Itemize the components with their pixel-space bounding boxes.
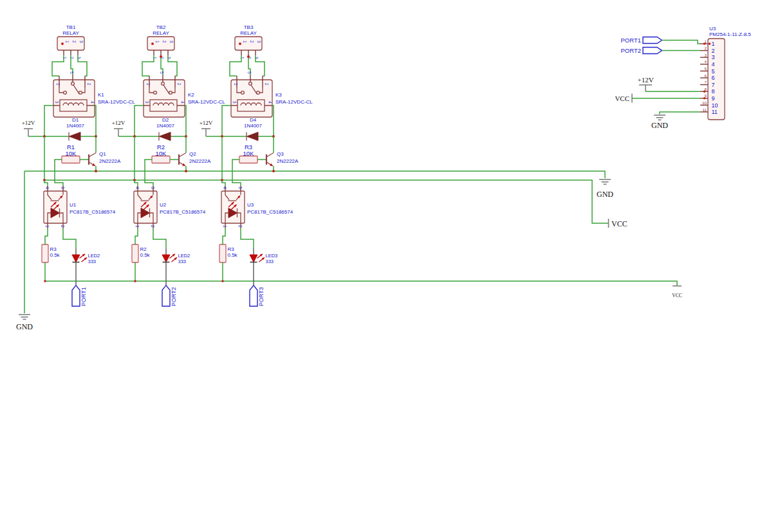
terminal-block[interactable]: TB2RELAY112233 <box>147 24 174 59</box>
relay-channel-3[interactable]: TB3RELAY11223315234K3SRA-12VDC-CL+12VD41… <box>200 24 313 306</box>
component-ref: K3 <box>275 92 282 98</box>
component-value: 333 <box>266 259 274 264</box>
component-ref: Q1 <box>99 151 106 157</box>
diode-triangle <box>70 133 81 141</box>
relay-symbol[interactable]: 15234K2SRA-12VDC-CL <box>144 71 225 117</box>
port2-flag[interactable]: PORT2 <box>620 47 662 54</box>
input-port[interactable]: PORT3 <box>250 286 265 307</box>
base-resistor[interactable]: R310K <box>239 143 257 163</box>
vcc-bottom-label: VCC <box>672 293 682 298</box>
pin-number: 3 <box>79 41 84 43</box>
wire <box>222 105 231 136</box>
port-flag-icon[interactable] <box>643 37 662 44</box>
component-value: SRA-12VDC-CL <box>275 99 313 105</box>
input-port[interactable]: PORT1 <box>72 286 87 307</box>
optocoupler[interactable]: 4312U1PC817B_C5186574 <box>44 186 116 228</box>
component-value: 2N2222A <box>189 158 211 164</box>
flyback-diode[interactable]: D11N4007 <box>66 117 85 141</box>
schematic-canvas[interactable]: GNDGNDVCCVCCTB1RELAY11223315234K1SRA-12V… <box>0 0 762 532</box>
supply-12v-flag: +12V <box>200 120 213 136</box>
indicator-led[interactable]: LED2333 <box>72 248 100 286</box>
npn-transistor[interactable]: Q22N2222A <box>179 151 211 166</box>
port-flag-icon[interactable] <box>72 286 80 307</box>
wire <box>45 228 48 244</box>
port-flag-icon[interactable] <box>250 286 257 307</box>
resistor-body[interactable] <box>239 156 257 163</box>
led-resistor[interactable]: R30.5k <box>219 244 238 262</box>
npn-transistor[interactable]: Q32N2222A <box>266 151 299 166</box>
pin-number: 1 <box>223 225 227 228</box>
pin-number: 1 <box>243 41 247 43</box>
power-rails: GNDGNDVCCVCC <box>16 171 682 331</box>
pin-number: 3 <box>167 57 171 59</box>
port-label: PORT2 <box>171 287 177 306</box>
base-resistor[interactable]: R110K <box>62 143 80 163</box>
led-resistor[interactable]: R30.5k <box>42 244 60 262</box>
pin-number-inner: 5 <box>712 68 715 75</box>
pin-number-inner: 9 <box>712 95 715 102</box>
resistor-body[interactable] <box>219 244 226 262</box>
wire <box>52 55 64 76</box>
pin-number-inner: 2 <box>712 48 715 54</box>
relay-symbol[interactable]: 15234K3SRA-12VDC-CL <box>231 71 313 117</box>
resistor-body[interactable] <box>62 156 80 163</box>
junction-dot <box>221 280 224 282</box>
indicator-led[interactable]: LED2333 <box>162 248 190 286</box>
terminal-block[interactable]: TB3RELAY112233 <box>235 24 262 59</box>
vcc-flag: VCC <box>615 94 632 103</box>
component-value: 10K <box>66 150 77 157</box>
pin-number-inner: 1 <box>712 41 715 47</box>
flyback-diode[interactable]: D21N4007 <box>156 117 175 141</box>
optocoupler[interactable]: 4312U3PC817B_C5186574 <box>221 186 293 228</box>
gnd-rail <box>24 171 605 178</box>
wire <box>222 180 225 186</box>
component-value: 1N4007 <box>66 123 85 129</box>
led-triangle <box>162 255 170 262</box>
wire <box>44 105 53 136</box>
indicator-led[interactable]: LED3333 <box>250 248 277 286</box>
pin-number: 3 <box>151 187 155 189</box>
relay-module-schematic[interactable]: GNDGNDVCCVCCTB1RELAY11223315234K1SRA-12V… <box>0 0 762 532</box>
junction-dot <box>703 42 706 45</box>
pin-number: 2 <box>238 225 243 228</box>
gnd-symbol-icon <box>599 179 611 184</box>
vcc-label: VCC <box>615 95 629 102</box>
diode-triangle <box>247 133 259 141</box>
supply-label: +12V <box>200 120 213 126</box>
component-value: SRA-12VDC-CL <box>188 99 225 105</box>
pin-number-outer: 2 <box>705 46 707 50</box>
pin-number: 1 <box>62 57 67 59</box>
port-flag-icon[interactable] <box>162 286 170 307</box>
pin-number: 4 <box>223 187 227 189</box>
resistor-body[interactable] <box>42 244 48 262</box>
collector-lead <box>266 153 274 158</box>
collector-lead <box>179 153 186 158</box>
base-resistor[interactable]: R210K <box>152 143 170 163</box>
gnd-label: GND <box>651 121 668 130</box>
resistor-body[interactable] <box>132 244 138 262</box>
input-port[interactable]: PORT2 <box>162 286 177 307</box>
component-value: 10K <box>243 150 255 157</box>
port-flag-icon[interactable] <box>643 48 662 54</box>
pin-number-inner: 3 <box>712 54 715 60</box>
port1-flag[interactable]: PORT1 <box>620 37 662 44</box>
pin-number: 3 <box>257 41 261 43</box>
relay-channel-2[interactable]: TB2RELAY11223315234K2SRA-12VDC-CL+12VD21… <box>112 24 226 306</box>
flyback-diode[interactable]: D41N4007 <box>244 117 263 141</box>
terminal-block[interactable]: TB1RELAY112233 <box>57 24 84 59</box>
pin-number-outer: 11 <box>703 107 707 112</box>
resistor-body[interactable] <box>152 156 170 163</box>
optocoupler[interactable]: 4312U2PC817B_C5186574 <box>134 186 206 228</box>
led-resistor[interactable]: R20.5k <box>132 244 151 262</box>
pin-number: 3 <box>238 187 243 189</box>
vcc-rail <box>44 180 608 223</box>
relay-channel-1[interactable]: TB1RELAY11223315234K1SRA-12VDC-CL+12VD11… <box>22 24 136 306</box>
wire <box>230 55 241 76</box>
npn-transistor[interactable]: Q12N2222A <box>89 151 121 166</box>
relay-symbol[interactable]: 15234K1SRA-12VDC-CL <box>53 71 135 117</box>
header-connector[interactable]: U3PM254-1-11-Z-8.51122334455667788991010… <box>615 26 751 131</box>
pin-number: 1 <box>65 41 70 43</box>
led-triangle <box>72 255 80 262</box>
pin-number: 1 <box>155 41 160 43</box>
component-value: 333 <box>178 259 187 264</box>
